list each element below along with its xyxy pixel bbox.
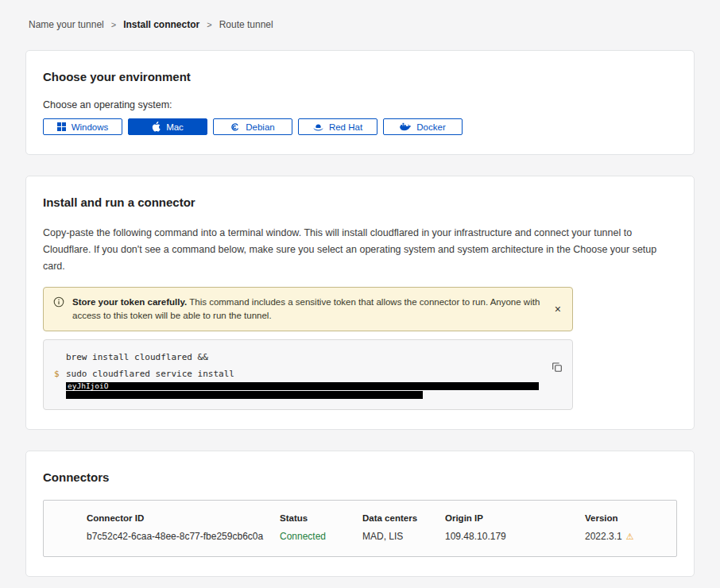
header-status: Status (280, 513, 362, 523)
windows-icon (57, 122, 66, 131)
connectors-table: Connector ID Status Data centers Origin … (43, 500, 677, 557)
os-button-redhat[interactable]: Red Hat (298, 118, 377, 135)
close-icon[interactable]: × (553, 304, 563, 315)
os-button-windows[interactable]: Windows (43, 118, 122, 135)
header-version: Version (585, 513, 676, 523)
data-centers-cell: MAD, LIS (362, 531, 445, 542)
table-header-row: Connector ID Status Data centers Origin … (87, 513, 676, 523)
shell-prompt: $ (54, 367, 66, 381)
status-badge: Connected (280, 531, 362, 542)
connectors-card: Connectors Connector ID Status Data cent… (25, 451, 695, 577)
os-button-label: Debian (246, 122, 274, 132)
breadcrumb-step-route-tunnel[interactable]: Route tunnel (219, 19, 273, 30)
code-gutter (54, 350, 66, 364)
breadcrumb-separator: > (207, 20, 211, 29)
install-card-title: Install and run a connector (43, 195, 677, 209)
version-warning-icon: ⚠ (626, 532, 634, 542)
origin-ip-cell: 109.48.10.179 (445, 531, 585, 542)
version-value: 2022.3.1 (585, 531, 622, 542)
table-row: b7c52c42-6caa-48ee-8c77-fbe259cb6c0a Con… (87, 531, 676, 542)
code-line-service-install: $ sudo cloudflared service install (54, 367, 540, 381)
redacted-token-bar: eyJhIjoiO (66, 382, 539, 390)
code-text: brew install cloudflared && (66, 350, 208, 364)
token-prefix: eyJhIjoiO (68, 381, 108, 391)
breadcrumb-separator: > (111, 20, 116, 29)
os-button-label: Docker (416, 122, 445, 132)
os-button-label: Mac (166, 122, 184, 132)
copy-icon[interactable] (552, 362, 563, 375)
version-cell: 2022.3.1 ⚠ (585, 531, 676, 542)
os-button-debian[interactable]: Debian (213, 118, 292, 135)
install-command-codeblock: brew install cloudflared && $ sudo cloud… (43, 339, 573, 410)
redhat-icon (313, 123, 323, 131)
breadcrumb: Name your tunnel > Install connector > R… (0, 0, 720, 30)
code-line-token-continued (54, 390, 540, 399)
os-button-label: Red Hat (329, 122, 362, 132)
os-button-group: Windows Mac Debian Red Hat (43, 118, 677, 135)
header-connector-id: Connector ID (87, 513, 280, 523)
apple-icon (152, 122, 161, 132)
redacted-token-bar (66, 391, 423, 399)
choose-environment-card: Choose your environment Choose an operat… (25, 50, 695, 155)
info-icon (53, 296, 64, 311)
debian-icon (230, 122, 240, 132)
header-origin-ip: Origin IP (445, 513, 585, 523)
code-line-brew: brew install cloudflared && (54, 350, 540, 364)
token-warning-banner: Store your token carefully. This command… (43, 287, 573, 331)
breadcrumb-step-name-your-tunnel[interactable]: Name your tunnel (29, 19, 104, 30)
warning-text: Store your token carefully. This command… (72, 296, 545, 323)
header-data-centers: Data centers (362, 513, 445, 523)
code-text: sudo cloudflared service install (66, 367, 234, 381)
environment-card-title: Choose your environment (43, 70, 677, 83)
os-button-mac[interactable]: Mac (128, 118, 207, 135)
docker-icon (400, 122, 411, 131)
connectors-card-title: Connectors (43, 470, 677, 484)
os-button-label: Windows (72, 122, 109, 132)
install-connector-card: Install and run a connector Copy-paste t… (25, 176, 695, 430)
code-line-token: eyJhIjoiO (54, 381, 540, 390)
connector-id-cell: b7c52c42-6caa-48ee-8c77-fbe259cb6c0a (87, 531, 280, 542)
warning-text-bold: Store your token carefully. (72, 297, 187, 307)
page: Name your tunnel > Install connector > R… (0, 0, 720, 588)
os-select-label: Choose an operating system: (43, 99, 677, 110)
install-description: Copy-paste the following command into a … (43, 225, 675, 275)
os-button-docker[interactable]: Docker (383, 118, 463, 135)
breadcrumb-step-install-connector[interactable]: Install connector (123, 19, 199, 30)
